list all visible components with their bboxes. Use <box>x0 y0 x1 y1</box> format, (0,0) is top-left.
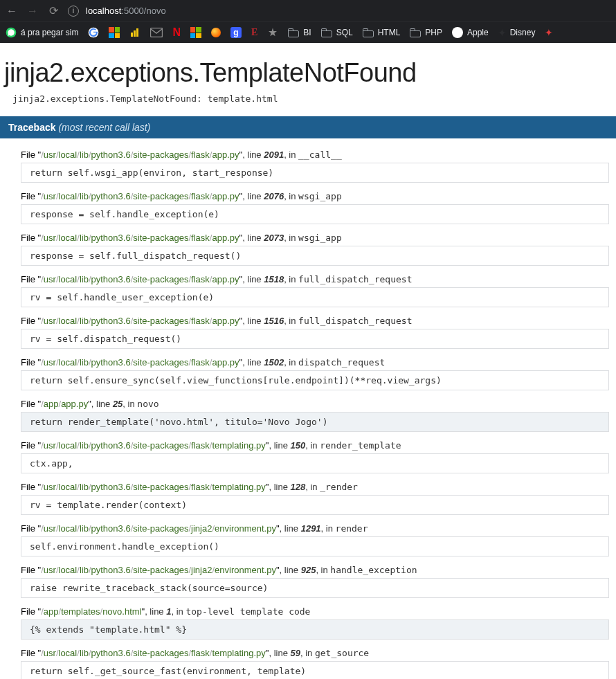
folder-icon <box>363 28 374 37</box>
frame-code[interactable]: return render_template('novo.html', titu… <box>21 412 609 432</box>
e-icon: E <box>251 27 257 38</box>
tiles-icon <box>190 27 201 38</box>
bookmarks-bar: á pra pegar simNgEBISQLHTMLPHPApple✦Disn… <box>0 22 616 43</box>
bookmark-tiles-color[interactable] <box>190 27 201 38</box>
g-blue-icon: g <box>230 27 242 38</box>
bookmark-red-bird[interactable]: ✦ <box>545 27 553 38</box>
folder-icon <box>321 28 332 37</box>
frame-code[interactable]: raise rewrite_traceback_stack(source=sou… <box>21 578 609 598</box>
powerbi-icon <box>129 27 141 38</box>
nav-forward-icon: → <box>26 6 39 17</box>
bookmark-label: BI <box>303 28 311 37</box>
address-bar[interactable]: i localhost:5000/novo <box>68 6 166 17</box>
bookmark-sql[interactable]: SQL <box>321 28 353 37</box>
url-rest: :5000/novo <box>121 6 165 16</box>
traceback-header: Traceback (most recent call last) <box>0 116 616 138</box>
whatsapp-icon <box>6 27 17 38</box>
svg-rect-5 <box>151 28 163 37</box>
svg-rect-2 <box>131 33 133 37</box>
address-row: ← → ⟳ i localhost:5000/novo <box>0 0 616 22</box>
frame-location: File "/usr/local/lib/python3.6/site-pack… <box>21 648 609 658</box>
bookmark-e-glyph[interactable]: E <box>251 27 257 38</box>
reload-icon[interactable]: ⟳ <box>47 6 60 17</box>
nav-back-icon[interactable]: ← <box>6 6 18 17</box>
frame-code[interactable]: {% extends "template.html" %} <box>21 619 609 640</box>
frame-location: File "/usr/local/lib/python3.6/site-pack… <box>21 482 609 492</box>
ms-tiles-icon <box>109 27 120 38</box>
apple-icon <box>452 27 463 38</box>
bookmark-á-pra-pegar-sim[interactable]: á pra pegar sim <box>6 27 78 38</box>
frame-code[interactable]: rv = self.handle_user_exception(e) <box>21 287 609 307</box>
bookmark-label: PHP <box>425 28 442 37</box>
bookmark-google[interactable] <box>88 27 99 38</box>
traceback-frame[interactable]: File "/usr/local/lib/python3.6/site-pack… <box>21 482 609 515</box>
bookmark-disney[interactable]: ✦Disney <box>498 28 536 38</box>
frame-location: File "/usr/local/lib/python3.6/site-pack… <box>21 565 609 575</box>
exception-summary: jinja2.exceptions.TemplateNotFound: temp… <box>12 93 616 104</box>
frame-location: File "/app/app.py", line 25, in novo <box>21 399 609 409</box>
bookmark-circle-orange[interactable] <box>211 28 221 37</box>
site-info-icon[interactable]: i <box>68 6 79 17</box>
traceback-frame[interactable]: File "/usr/local/lib/python3.6/site-pack… <box>21 523 609 556</box>
google-icon <box>88 27 99 38</box>
traceback-frame[interactable]: File "/usr/local/lib/python3.6/site-pack… <box>21 565 609 598</box>
bookmark-bi[interactable]: BI <box>288 28 311 37</box>
frame-code[interactable]: return self.wsgi_app(environ, start_resp… <box>21 163 609 183</box>
traceback-header-sub: (most recent call last) <box>58 122 150 133</box>
folder-icon <box>288 28 299 37</box>
frame-location: File "/usr/local/lib/python3.6/site-pack… <box>21 191 609 201</box>
frame-location: File "/app/templates/novo.html", line 1,… <box>21 606 609 617</box>
orange-circle-icon <box>211 28 221 37</box>
traceback-header-word: Traceback <box>8 122 56 133</box>
page-title: jinja2.exceptions.TemplateNotFound <box>4 58 612 88</box>
mail-icon <box>150 28 163 37</box>
traceback-frame[interactable]: File "/app/app.py", line 25, in novoretu… <box>21 399 609 432</box>
traceback-frame[interactable]: File "/usr/local/lib/python3.6/site-pack… <box>21 191 609 224</box>
browser-chrome: ← → ⟳ i localhost:5000/novo á pra pegar … <box>0 0 616 43</box>
bookmark-label: Apple <box>467 28 489 37</box>
frame-location: File "/usr/local/lib/python3.6/site-pack… <box>21 150 609 160</box>
frame-location: File "/usr/local/lib/python3.6/site-pack… <box>21 233 609 243</box>
traceback-frame[interactable]: File "/usr/local/lib/python3.6/site-pack… <box>21 316 609 349</box>
flask-error-page: jinja2.exceptions.TemplateNotFound jinja… <box>0 58 616 679</box>
traceback-frames: File "/usr/local/lib/python3.6/site-pack… <box>0 138 616 679</box>
frame-code[interactable]: return self.ensure_sync(self.view_functi… <box>21 370 609 390</box>
disney-icon: ✦ <box>498 28 506 38</box>
frame-code[interactable]: response = self.full_dispatch_request() <box>21 246 609 266</box>
folder-icon <box>410 28 421 37</box>
bookmark-mail[interactable] <box>150 28 163 37</box>
traceback-frame[interactable]: File "/app/templates/novo.html", line 1,… <box>21 606 609 640</box>
frame-location: File "/usr/local/lib/python3.6/site-pack… <box>21 440 609 451</box>
bookmark-label: HTML <box>378 28 401 37</box>
bookmark-label: SQL <box>336 28 353 37</box>
frame-code[interactable]: ctx.app, <box>21 453 609 473</box>
url-text: localhost:5000/novo <box>86 6 166 16</box>
traceback-frame[interactable]: File "/usr/local/lib/python3.6/site-pack… <box>21 357 609 390</box>
bookmark-apple[interactable]: Apple <box>452 27 489 38</box>
frame-location: File "/usr/local/lib/python3.6/site-pack… <box>21 274 609 284</box>
svg-rect-3 <box>134 30 136 37</box>
bookmark-star[interactable] <box>267 27 278 38</box>
traceback-frame[interactable]: File "/usr/local/lib/python3.6/site-pack… <box>21 150 609 183</box>
bookmark-ms-tiles[interactable] <box>109 27 120 38</box>
svg-rect-4 <box>136 28 138 37</box>
bookmark-g-blue[interactable]: g <box>230 27 242 38</box>
traceback-frame[interactable]: File "/usr/local/lib/python3.6/site-pack… <box>21 274 609 307</box>
frame-code[interactable]: response = self.handle_exception(e) <box>21 204 609 224</box>
star-icon <box>267 27 278 38</box>
frame-code[interactable]: return self._get_source_fast(environment… <box>21 661 609 679</box>
url-host: localhost <box>86 6 121 16</box>
frame-code[interactable]: rv = template.render(context) <box>21 495 609 515</box>
frame-location: File "/usr/local/lib/python3.6/site-pack… <box>21 357 609 368</box>
traceback-frame[interactable]: File "/usr/local/lib/python3.6/site-pack… <box>21 233 609 266</box>
red-bird-icon: ✦ <box>545 27 553 38</box>
traceback-frame[interactable]: File "/usr/local/lib/python3.6/site-pack… <box>21 440 609 473</box>
traceback-frame[interactable]: File "/usr/local/lib/python3.6/site-pack… <box>21 648 609 679</box>
netflix-icon: N <box>172 26 181 39</box>
frame-code[interactable]: self.environment.handle_exception() <box>21 536 609 556</box>
frame-code[interactable]: rv = self.dispatch_request() <box>21 329 609 349</box>
bookmark-php[interactable]: PHP <box>410 28 442 37</box>
bookmark-html[interactable]: HTML <box>363 28 401 37</box>
bookmark-netflix[interactable]: N <box>172 26 181 39</box>
bookmark-powerbi[interactable] <box>129 27 141 38</box>
